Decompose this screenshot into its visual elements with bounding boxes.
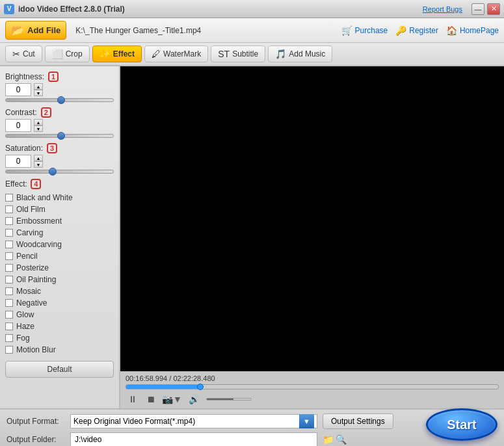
contrast-slider-thumb[interactable] [57, 132, 65, 140]
contrast-row: Contrast: 2 ▲ ▼ [5, 107, 114, 138]
left-panel: Brightness: 1 ▲ ▼ Contrast: 2 [0, 66, 120, 408]
format-dropdown-button[interactable]: ▼ [299, 414, 314, 428]
stop-button[interactable]: ⏹ [144, 393, 158, 406]
add-file-button[interactable]: 📂 Add File [5, 21, 66, 40]
effect-checkbox-10[interactable] [5, 311, 13, 319]
effect-name-2: Embossment [16, 216, 62, 226]
effect-checkbox-12[interactable] [5, 334, 13, 342]
app-title: idoo Video Effect 2.8.0 (Trial) [18, 5, 125, 14]
format-select[interactable]: Keep Original Video Format(*.mp4) ▼ [70, 414, 317, 428]
search-folder-button[interactable]: 🔍 [336, 434, 347, 445]
default-button[interactable]: Default [5, 361, 114, 378]
effect-list: Black and WhiteOld FilmEmbossmentCarving… [5, 192, 114, 356]
close-button[interactable]: ✕ [487, 3, 500, 15]
effect-name-0: Black and White [16, 193, 73, 202]
effect-name-1: Old Film [16, 205, 46, 214]
effect-button[interactable]: ✨ Effect [92, 46, 142, 62]
effect-checkbox-2[interactable] [5, 217, 13, 225]
contrast-slider-track[interactable] [5, 134, 114, 138]
effect-item: Posterize [5, 262, 114, 274]
effect-name-12: Fog [16, 334, 30, 343]
add-music-button[interactable]: 🎵 Add Music [268, 46, 332, 62]
effect-checkbox-0[interactable] [5, 194, 13, 202]
titlebar-right: Report Bugs — ✕ [423, 3, 500, 15]
add-file-label: Add File [27, 25, 60, 35]
effect-icon: ✨ [99, 49, 111, 59]
watermark-button[interactable]: 🖊 WaterMark [144, 46, 208, 62]
contrast-down[interactable]: ▼ [34, 125, 43, 132]
browse-folder-button[interactable]: 📁 [323, 434, 334, 445]
saturation-down[interactable]: ▼ [34, 161, 43, 168]
brightness-down[interactable]: ▼ [34, 90, 43, 96]
brightness-label: Brightness: [5, 72, 44, 81]
saturation-slider-thumb[interactable] [49, 168, 57, 176]
effect-section: Effect: 4 Black and WhiteOld FilmEmbossm… [5, 179, 114, 356]
time-total: 02:22:28.480 [173, 374, 215, 382]
contrast-label-row: Contrast: 2 [5, 107, 114, 118]
brightness-input[interactable] [5, 83, 31, 96]
effect-checkbox-11[interactable] [5, 322, 13, 330]
effect-checkbox-9[interactable] [5, 299, 13, 307]
minimize-button[interactable]: — [471, 3, 484, 15]
effect-item: Oil Painting [5, 274, 114, 285]
effect-item: Old Film [5, 203, 114, 215]
saturation-row: Saturation: 3 ▲ ▼ [5, 143, 114, 174]
report-bugs-link[interactable]: Report Bugs [423, 5, 462, 13]
effect-checkbox-6[interactable] [5, 264, 13, 272]
volume-button[interactable]: 🔊 [186, 393, 202, 406]
effect-checkbox-3[interactable] [5, 229, 13, 237]
brightness-slider-track[interactable] [5, 98, 114, 102]
effect-name-9: Negative [16, 298, 47, 308]
progress-bar[interactable] [126, 384, 499, 389]
effect-item: Black and White [5, 192, 114, 203]
watermark-icon: 🖊 [152, 49, 161, 59]
effect-checkbox-7[interactable] [5, 276, 13, 283]
effect-checkbox-13[interactable] [5, 346, 13, 354]
saturation-input[interactable] [5, 155, 31, 168]
home-icon: 🏠 [446, 25, 457, 36]
brightness-slider-thumb[interactable] [57, 96, 65, 104]
homepage-link[interactable]: 🏠 HomePage [446, 25, 499, 36]
start-button[interactable]: Start [426, 408, 497, 441]
saturation-label: Saturation: [5, 144, 43, 153]
folder-path-input[interactable] [70, 432, 317, 446]
effect-name-6: Posterize [16, 263, 49, 272]
effect-checkbox-1[interactable] [5, 205, 13, 213]
contrast-up[interactable]: ▲ [34, 119, 43, 125]
effect-item: Carving [5, 227, 114, 239]
cut-button[interactable]: ✂ Cut [5, 46, 42, 62]
effect-item: Pencil [5, 250, 114, 262]
brightness-row: Brightness: 1 ▲ ▼ [5, 72, 114, 102]
purchase-link[interactable]: 🛒 Purchase [341, 25, 388, 36]
saturation-label-row: Saturation: 3 [5, 143, 114, 153]
effect-checkbox-5[interactable] [5, 252, 13, 260]
register-link[interactable]: 🔑 Register [395, 25, 438, 36]
effect-name-4: Woodcarving [16, 240, 62, 249]
crop-button[interactable]: ⬜ Crop [45, 46, 90, 62]
titlebar: V idoo Video Effect 2.8.0 (Trial) Report… [0, 0, 504, 18]
effect-name-11: Haze [16, 322, 34, 331]
video-player [120, 66, 504, 371]
progress-thumb[interactable] [197, 384, 204, 390]
saturation-slider-track[interactable] [5, 170, 114, 174]
snapshot-button[interactable]: 📷▼ [162, 394, 182, 404]
folder-row: Output Folder: 📁 🔍 [7, 432, 497, 446]
play-pause-button[interactable]: ⏸ [126, 393, 140, 406]
brightness-input-row: ▲ ▼ [5, 83, 114, 96]
register-icon: 🔑 [395, 25, 406, 36]
brightness-up[interactable]: ▲ [34, 83, 43, 90]
effect-item: Fog [5, 332, 114, 344]
controls-row: ⏸ ⏹ 📷▼ 🔊 [126, 393, 499, 406]
subtitle-button[interactable]: ST Subtitle [211, 46, 265, 62]
effect-item: Mosaic [5, 285, 114, 297]
folder-icon-group: 📁 🔍 [323, 434, 347, 445]
contrast-input[interactable] [5, 119, 31, 132]
saturation-up[interactable]: ▲ [34, 155, 43, 161]
volume-slider[interactable] [206, 398, 252, 400]
titlebar-left: V idoo Video Effect 2.8.0 (Trial) [4, 4, 125, 14]
effect-checkbox-4[interactable] [5, 241, 13, 248]
output-settings-button[interactable]: Output Settings [323, 413, 393, 429]
brightness-spin: ▲ ▼ [34, 83, 43, 96]
effect-checkbox-8[interactable] [5, 287, 13, 295]
effect-item: Haze [5, 321, 114, 332]
